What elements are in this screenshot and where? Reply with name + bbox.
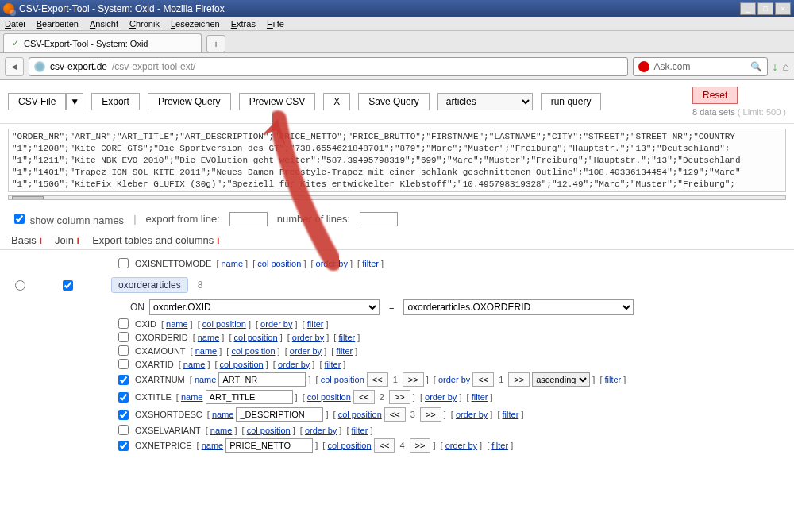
filter-link[interactable]: filter: [352, 426, 368, 435]
filter-link[interactable]: filter: [472, 392, 488, 402]
pos-next-button[interactable]: >>: [389, 390, 410, 404]
filter-link[interactable]: filter: [503, 410, 519, 419]
search-go-icon[interactable]: 🔍: [750, 61, 762, 72]
col-position-link[interactable]: col position: [338, 410, 382, 419]
menu-help[interactable]: Hilfe: [267, 19, 284, 29]
filter-link[interactable]: filter: [491, 441, 508, 450]
col-position-link[interactable]: col position: [202, 319, 246, 329]
name-link[interactable]: name: [210, 426, 233, 435]
col-position-link[interactable]: col position: [231, 346, 275, 356]
menu-bookmarks[interactable]: Lesezeichen: [171, 19, 220, 29]
number-of-lines-input[interactable]: [360, 212, 398, 226]
table-chip[interactable]: oxorderarticles: [111, 277, 188, 293]
filter-link[interactable]: filter: [362, 259, 379, 268]
col-position-link[interactable]: col position: [307, 392, 351, 402]
csv-preview[interactable]: "ORDER_NR";"ART_NR";"ART_TITLE";"ART_DES…: [8, 129, 786, 192]
column-checkbox[interactable]: [118, 410, 129, 420]
menu-extras[interactable]: Extras: [231, 19, 256, 29]
order-next-button[interactable]: >>: [508, 372, 530, 387]
col-position-link[interactable]: col position: [220, 360, 264, 369]
on-right-select[interactable]: oxorderarticles.OXORDERID: [403, 299, 634, 315]
alias-input[interactable]: [225, 438, 313, 453]
new-tab-button[interactable]: +: [206, 35, 225, 52]
tab-join[interactable]: Join i: [55, 234, 79, 246]
col-position-link[interactable]: col position: [257, 259, 301, 268]
column-checkbox[interactable]: [118, 318, 129, 329]
order-by-link[interactable]: order by: [438, 375, 470, 384]
maximize-button[interactable]: □: [757, 2, 773, 15]
order-by-link[interactable]: order by: [260, 319, 292, 329]
column-checkbox[interactable]: [118, 375, 129, 385]
name-link[interactable]: name: [222, 259, 244, 268]
menu-view[interactable]: Ansicht: [90, 19, 118, 29]
col-position-link[interactable]: col position: [321, 375, 364, 384]
column-checkbox[interactable]: [118, 425, 129, 435]
preview-csv-button[interactable]: Preview CSV: [239, 93, 316, 110]
column-checkbox[interactable]: [118, 359, 129, 369]
col-position-link[interactable]: col position: [247, 426, 291, 435]
reset-button[interactable]: Reset: [692, 87, 738, 104]
order-by-link[interactable]: order by: [292, 333, 324, 342]
home-icon[interactable]: ⌂: [783, 60, 789, 73]
downloads-icon[interactable]: ↓: [773, 60, 778, 73]
name-link[interactable]: name: [183, 360, 206, 369]
name-link[interactable]: name: [181, 392, 203, 402]
pos-prev-button[interactable]: <<: [384, 407, 406, 422]
scrollbar-thumb[interactable]: [12, 196, 44, 199]
save-query-button[interactable]: Save Query: [358, 93, 429, 110]
export-button[interactable]: Export: [91, 93, 140, 110]
name-link[interactable]: name: [195, 346, 218, 356]
search-box[interactable]: Ask.com 🔍: [633, 57, 768, 76]
column-checkbox[interactable]: [118, 441, 129, 451]
close-preview-button[interactable]: X: [323, 93, 350, 110]
pos-next-button[interactable]: >>: [410, 438, 431, 453]
menu-file[interactable]: Datei: [5, 19, 25, 29]
order-by-link[interactable]: order by: [290, 346, 322, 356]
csv-file-select[interactable]: CSV-File: [8, 93, 66, 110]
name-link[interactable]: name: [212, 410, 234, 419]
order-prev-button[interactable]: <<: [472, 372, 494, 387]
menu-edit[interactable]: Bearbeiten: [37, 19, 79, 29]
tab-basis[interactable]: Basis i: [11, 234, 42, 246]
tab-export-columns[interactable]: Export tables and columns i: [92, 234, 219, 246]
order-by-link[interactable]: order by: [456, 410, 488, 419]
csv-file-dropdown-icon[interactable]: ▼: [66, 93, 83, 110]
order-by-link[interactable]: order by: [305, 426, 337, 435]
name-link[interactable]: name: [195, 375, 217, 384]
order-by-link[interactable]: order by: [316, 259, 348, 268]
order-by-link[interactable]: order by: [278, 360, 310, 369]
on-left-select[interactable]: oxorder.OXID: [149, 299, 380, 315]
browser-tab[interactable]: ✓ CSV-Export-Tool - System: Oxid: [3, 33, 202, 52]
preview-query-button[interactable]: Preview Query: [148, 93, 231, 110]
filter-link[interactable]: filter: [338, 333, 355, 342]
column-checkbox[interactable]: [118, 392, 129, 403]
menu-history[interactable]: Chronik: [129, 19, 160, 29]
csv-horizontal-scrollbar[interactable]: [8, 195, 786, 200]
pos-next-button[interactable]: >>: [403, 372, 424, 387]
table-checkbox[interactable]: [63, 280, 73, 291]
run-query-button[interactable]: run query: [541, 93, 602, 110]
target-select[interactable]: articles: [437, 93, 533, 110]
alias-input[interactable]: [218, 372, 306, 387]
pos-prev-button[interactable]: <<: [374, 438, 395, 453]
name-link[interactable]: name: [166, 319, 188, 329]
table-radio[interactable]: [15, 280, 25, 291]
col-position-link[interactable]: col position: [327, 441, 371, 450]
export-from-line-input[interactable]: [229, 212, 268, 226]
pos-next-button[interactable]: >>: [420, 407, 441, 422]
minimize-button[interactable]: _: [740, 2, 756, 15]
pos-prev-button[interactable]: <<: [353, 390, 375, 404]
pos-prev-button[interactable]: <<: [367, 372, 388, 387]
back-button[interactable]: ◄: [5, 57, 24, 76]
filter-link[interactable]: filter: [325, 360, 341, 369]
alias-input[interactable]: [236, 407, 323, 422]
order-by-link[interactable]: order by: [425, 392, 457, 402]
order-by-link[interactable]: order by: [445, 441, 477, 450]
col-position-link[interactable]: col position: [234, 333, 278, 342]
filter-link[interactable]: filter: [307, 319, 324, 329]
alias-input[interactable]: [206, 390, 293, 404]
show-column-names-checkbox[interactable]: show column names: [11, 211, 124, 226]
order-direction-select[interactable]: ascending: [532, 372, 590, 387]
column-checkbox[interactable]: [118, 345, 129, 356]
url-bar[interactable]: csv-export.de/csv-export-tool-ext/: [29, 57, 628, 76]
